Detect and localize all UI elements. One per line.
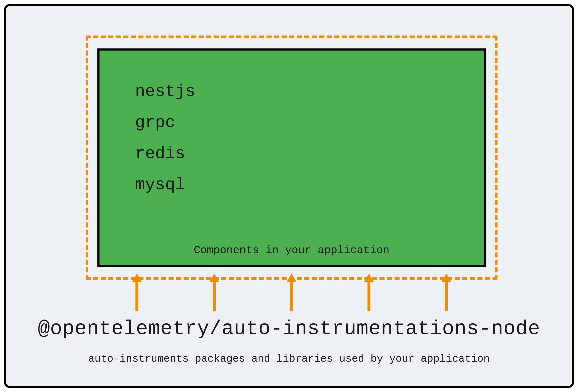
component-item: grpc xyxy=(135,113,195,132)
component-item: nestjs xyxy=(135,82,195,101)
svg-marker-9 xyxy=(441,274,451,282)
arrow-up-icon xyxy=(285,274,298,311)
arrows-row xyxy=(86,274,497,315)
svg-marker-7 xyxy=(364,274,374,282)
svg-marker-1 xyxy=(132,274,142,282)
components-list: nestjs grpc redis mysql xyxy=(135,82,195,194)
arrow-up-icon xyxy=(208,274,221,311)
diagram-canvas: nestjs grpc redis mysql Components in yo… xyxy=(0,0,578,392)
application-box: nestjs grpc redis mysql Components in yo… xyxy=(97,48,486,267)
arrow-up-icon xyxy=(363,274,375,311)
instrumentation-boundary: nestjs grpc redis mysql Components in yo… xyxy=(86,36,497,280)
outer-frame: nestjs grpc redis mysql Components in yo… xyxy=(4,4,574,388)
arrow-up-icon xyxy=(131,274,143,311)
component-item: redis xyxy=(135,144,195,163)
svg-marker-5 xyxy=(287,274,297,282)
package-name: @opentelemetry/auto-instrumentations-nod… xyxy=(6,317,572,340)
components-caption: Components in your application xyxy=(99,244,484,256)
component-item: mysql xyxy=(135,175,195,194)
svg-marker-3 xyxy=(209,274,219,282)
package-description: auto-instruments packages and libraries … xyxy=(6,353,572,365)
arrow-up-icon xyxy=(440,274,453,311)
